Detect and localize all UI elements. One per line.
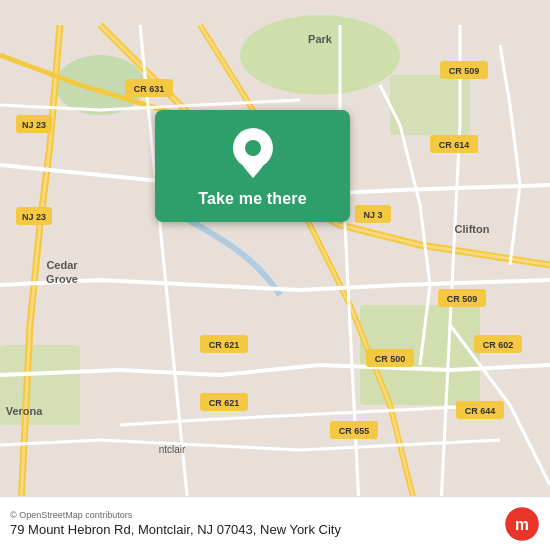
svg-text:CR 644: CR 644: [465, 406, 496, 416]
svg-text:m: m: [515, 516, 529, 533]
svg-text:Grove: Grove: [46, 273, 78, 285]
svg-text:CR 509: CR 509: [447, 294, 478, 304]
svg-text:Clifton: Clifton: [455, 223, 490, 235]
svg-point-39: [245, 140, 261, 156]
moovit-logo: m: [504, 506, 540, 542]
svg-text:CR 500: CR 500: [375, 354, 406, 364]
svg-text:ntclair: ntclair: [159, 444, 186, 455]
svg-text:Park: Park: [308, 33, 333, 45]
address-section: © OpenStreetMap contributors 79 Mount He…: [10, 510, 496, 537]
svg-text:NJ 3: NJ 3: [363, 210, 382, 220]
svg-rect-5: [390, 75, 470, 135]
map-container: CR 509 CR 631 NJ 23 CR 614 NJ 23 NJ 3 Cl…: [0, 0, 550, 550]
svg-point-1: [240, 15, 400, 95]
svg-text:Cedar: Cedar: [46, 259, 78, 271]
location-pin-icon: [231, 128, 275, 180]
bottom-info-bar: © OpenStreetMap contributors 79 Mount He…: [0, 496, 550, 550]
svg-text:NJ 23: NJ 23: [22, 212, 46, 222]
take-me-there-button[interactable]: Take me there: [198, 190, 307, 208]
svg-text:NJ 23: NJ 23: [22, 120, 46, 130]
svg-text:CR 631: CR 631: [134, 84, 165, 94]
moovit-logo-icon: m: [504, 506, 540, 542]
svg-text:CR 509: CR 509: [449, 66, 480, 76]
address-label: 79 Mount Hebron Rd, Montclair, NJ 07043,…: [10, 522, 496, 537]
svg-text:CR 621: CR 621: [209, 340, 240, 350]
svg-text:Verona: Verona: [6, 405, 44, 417]
svg-text:CR 602: CR 602: [483, 340, 514, 350]
map-attribution: © OpenStreetMap contributors: [10, 510, 496, 520]
svg-text:CR 655: CR 655: [339, 426, 370, 436]
action-card[interactable]: Take me there: [155, 110, 350, 222]
map-background: CR 509 CR 631 NJ 23 CR 614 NJ 23 NJ 3 Cl…: [0, 0, 550, 550]
svg-text:CR 621: CR 621: [209, 398, 240, 408]
svg-text:CR 614: CR 614: [439, 140, 470, 150]
